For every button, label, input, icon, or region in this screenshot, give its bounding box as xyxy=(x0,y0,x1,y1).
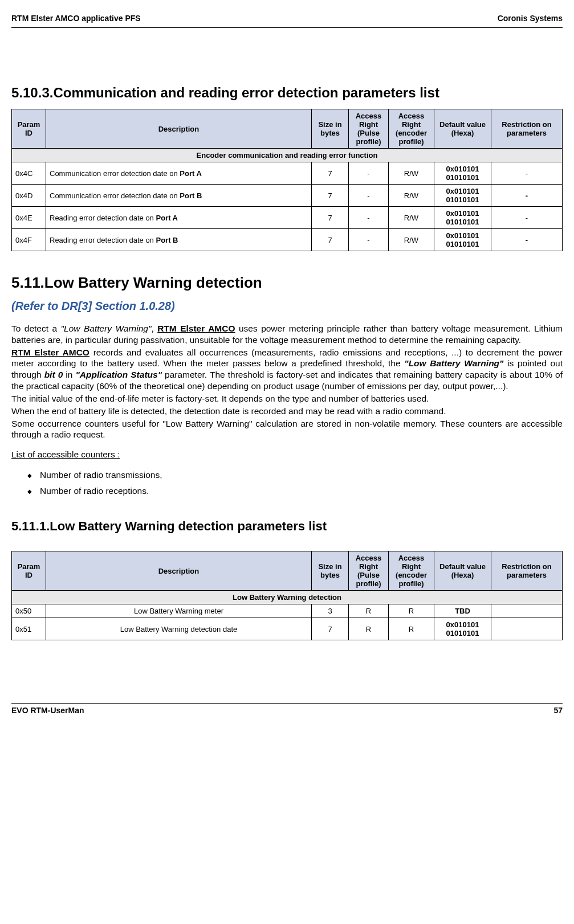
cell-pulse: - xyxy=(349,229,389,251)
header-rule xyxy=(11,27,563,28)
cell-desc: Communication error detection date on Po… xyxy=(46,162,312,185)
paragraph-4: When the end of battery life is detected… xyxy=(11,406,563,417)
list-item: Number of radio receptions. xyxy=(40,486,563,496)
paragraph-3: The initial value of the end-of-life met… xyxy=(11,393,563,404)
page-footer: EVO RTM-UserMan 57 xyxy=(11,703,563,715)
cell-encoder: R/W xyxy=(389,185,434,207)
cell-restriction: - xyxy=(491,162,563,185)
th-param-id: Param ID xyxy=(12,551,46,591)
cell-restriction: - xyxy=(491,185,563,207)
cell-id: 0x4F xyxy=(12,229,46,251)
table-section-title: Low Battery Warning detection xyxy=(12,591,563,604)
cell-restriction xyxy=(491,618,563,640)
cell-restriction xyxy=(491,604,563,618)
footer-left: EVO RTM-UserMan xyxy=(11,706,84,715)
th-description: Description xyxy=(46,551,312,591)
th-restriction: Restriction on parameters xyxy=(491,551,563,591)
paragraph-2: RTM Elster AMCO records and evaluates al… xyxy=(11,347,563,392)
th-description: Description xyxy=(46,109,312,149)
heading-5-11: 5.11.Low Battery Warning detection xyxy=(11,274,563,292)
cell-id: 0x4C xyxy=(12,162,46,185)
th-restriction: Restriction on parameters xyxy=(491,109,563,149)
th-size: Size in bytes xyxy=(312,109,349,149)
cell-default: TBD xyxy=(434,604,491,618)
header-left: RTM Elster AMCO applicative PFS xyxy=(11,14,141,23)
cell-size: 7 xyxy=(312,162,349,185)
list-item: Number of radio transmissions, xyxy=(40,470,563,480)
cell-encoder: R/W xyxy=(389,207,434,229)
heading-5-10-3: 5.10.3.Communication and reading error d… xyxy=(11,85,563,101)
cell-id: 0x51 xyxy=(12,618,46,640)
table-row: 0x4C Communication error detection date … xyxy=(12,162,563,185)
cell-pulse: - xyxy=(349,185,389,207)
paragraph-5: Some occurrence counters useful for "Low… xyxy=(11,418,563,441)
header-right: Coronis Systems xyxy=(498,14,563,23)
list-heading: List of accessible counters : xyxy=(11,449,563,460)
cell-size: 7 xyxy=(312,618,349,640)
th-access-encoder: Access Right (encoder profile) xyxy=(389,109,434,149)
cell-desc: Reading error detection date on Port A xyxy=(46,207,312,229)
cell-size: 3 xyxy=(312,604,349,618)
subheading-refer: (Refer to DR[3] Section 1.0.28) xyxy=(11,300,563,313)
cell-pulse: - xyxy=(349,207,389,229)
cell-pulse: R xyxy=(349,604,389,618)
table-row: 0x4E Reading error detection date on Por… xyxy=(12,207,563,229)
table-row: 0x4D Communication error detection date … xyxy=(12,185,563,207)
cell-default: 0x01010101010101 xyxy=(434,618,491,640)
cell-desc: Communication error detection date on Po… xyxy=(46,185,312,207)
cell-restriction: - xyxy=(491,229,563,251)
th-param-id: Param ID xyxy=(12,109,46,149)
cell-encoder: R/W xyxy=(389,229,434,251)
footer-rule xyxy=(11,703,563,704)
cell-desc: Low Battery Warning detection date xyxy=(46,618,312,640)
cell-size: 7 xyxy=(312,185,349,207)
cell-desc: Reading error detection date on Port B xyxy=(46,229,312,251)
cell-size: 7 xyxy=(312,207,349,229)
th-default: Default value (Hexa) xyxy=(434,551,491,591)
th-access-pulse: Access Right (Pulse profile) xyxy=(349,109,389,149)
cell-default: 0x01010101010101 xyxy=(434,207,491,229)
th-access-encoder: Access Right (encoder profile) xyxy=(389,551,434,591)
cell-desc: Low Battery Warning meter xyxy=(46,604,312,618)
cell-pulse: R xyxy=(349,618,389,640)
section-title-cell: Low Battery Warning detection xyxy=(12,591,563,604)
cell-default: 0x01010101010101 xyxy=(434,229,491,251)
cell-id: 0x4D xyxy=(12,185,46,207)
cell-restriction: - xyxy=(491,207,563,229)
table-row: 0x4F Reading error detection date on Por… xyxy=(12,229,563,251)
table-encoder-errors: Param ID Description Size in bytes Acces… xyxy=(11,109,563,251)
cell-size: 7 xyxy=(312,229,349,251)
paragraph-1: To detect a "Low Battery Warning", RTM E… xyxy=(11,323,563,346)
cell-encoder: R xyxy=(389,604,434,618)
th-default: Default value (Hexa) xyxy=(434,109,491,149)
table-header-row: Param ID Description Size in bytes Acces… xyxy=(12,551,563,591)
heading-5-11-1: 5.11.1.Low Battery Warning detection par… xyxy=(11,519,563,534)
page-header: RTM Elster AMCO applicative PFS Coronis … xyxy=(11,14,563,23)
th-access-pulse: Access Right (Pulse profile) xyxy=(349,551,389,591)
cell-pulse: - xyxy=(349,162,389,185)
cell-encoder: R/W xyxy=(389,162,434,185)
th-size: Size in bytes xyxy=(312,551,349,591)
cell-default: 0x01010101010101 xyxy=(434,162,491,185)
table-section-title: Encoder communication and reading error … xyxy=(12,149,563,162)
table-low-battery: Param ID Description Size in bytes Acces… xyxy=(11,551,563,640)
cell-id: 0x50 xyxy=(12,604,46,618)
counter-list: Number of radio transmissions, Number of… xyxy=(11,470,563,496)
cell-id: 0x4E xyxy=(12,207,46,229)
cell-encoder: R xyxy=(389,618,434,640)
section-title-cell: Encoder communication and reading error … xyxy=(12,149,563,162)
table-row: 0x51 Low Battery Warning detection date … xyxy=(12,618,563,640)
table-header-row: Param ID Description Size in bytes Acces… xyxy=(12,109,563,149)
footer-right: 57 xyxy=(553,706,563,715)
table-row: 0x50 Low Battery Warning meter 3 R R TBD xyxy=(12,604,563,618)
cell-default: 0x01010101010101 xyxy=(434,185,491,207)
